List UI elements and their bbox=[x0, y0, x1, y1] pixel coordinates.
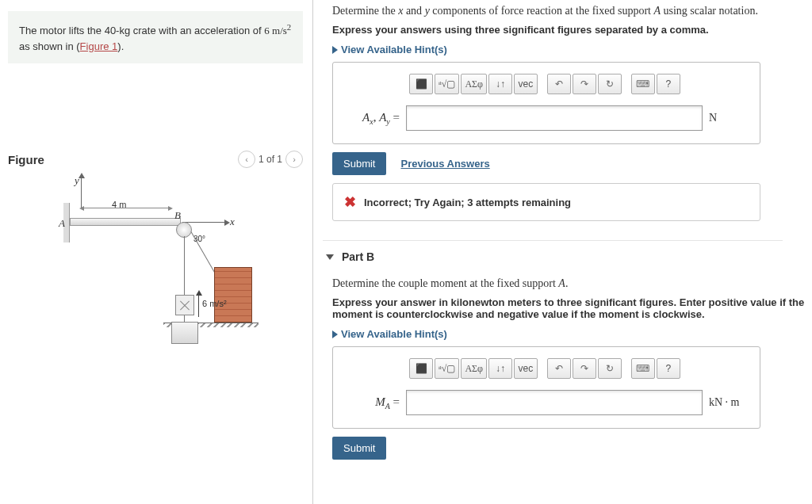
redo-button[interactable]: ↷ bbox=[573, 74, 596, 94]
dimension-4m: 4 m bbox=[112, 200, 126, 209]
part-a-hints-toggle[interactable]: View Available Hint(s) bbox=[332, 44, 812, 55]
point-a-label: A bbox=[59, 217, 65, 230]
feedback-text: Incorrect; Try Again; 3 attempts remaini… bbox=[364, 197, 571, 208]
part-b-toolbar: ⬛ ⁿ√▢ ΑΣφ ↓↑ vec ↶ ↷ ↻ ⌨ ? bbox=[409, 358, 745, 379]
part-b-question: Determine the couple moment at the fixed… bbox=[332, 277, 812, 290]
redo-button[interactable]: ↷ bbox=[573, 358, 596, 379]
templates-button[interactable]: ⬛ bbox=[409, 74, 433, 94]
part-b-input[interactable] bbox=[406, 390, 703, 415]
part-a-label: Ax, Ay = bbox=[347, 111, 400, 126]
part-a-instruction: Express your answers using three signifi… bbox=[332, 24, 812, 36]
help-button[interactable]: ? bbox=[657, 358, 680, 379]
part-b-hints-toggle[interactable]: View Available Hint(s) bbox=[332, 328, 812, 340]
sqrt-button[interactable]: ⁿ√▢ bbox=[435, 358, 459, 379]
previous-answers-link[interactable]: Previous Answers bbox=[400, 158, 489, 170]
undo-button[interactable]: ↶ bbox=[547, 74, 571, 94]
part-a-submit-button[interactable]: Submit bbox=[332, 152, 386, 175]
incorrect-icon: ✖ bbox=[344, 193, 356, 211]
intro-accel: 6 m/s2 bbox=[264, 25, 291, 36]
greek-button[interactable]: ΑΣφ bbox=[461, 358, 487, 379]
part-a-answer-box: ⬛ ⁿ√▢ ΑΣφ ↓↑ vec ↶ ↷ ↻ ⌨ ? Ax, Ay = N bbox=[332, 62, 760, 144]
prev-figure-button[interactable]: ‹ bbox=[238, 151, 255, 168]
part-a-input[interactable] bbox=[406, 105, 703, 131]
caret-down-icon bbox=[326, 254, 334, 260]
next-figure-button[interactable]: › bbox=[285, 151, 303, 168]
part-b-unit: kN · m bbox=[709, 396, 745, 409]
point-b-label: B bbox=[174, 209, 181, 222]
part-a-toolbar: ⬛ ⁿ√▢ ΑΣφ ↓↑ vec ↶ ↷ ↻ ⌨ ? bbox=[409, 74, 745, 94]
acceleration-label: 6 m/s² bbox=[202, 299, 227, 308]
reset-button[interactable]: ↻ bbox=[598, 74, 622, 94]
part-b-label: MA = bbox=[347, 395, 400, 410]
figure-title: Figure bbox=[8, 153, 44, 166]
part-b-submit-button[interactable]: Submit bbox=[332, 437, 386, 460]
part-b-header[interactable]: Part B bbox=[323, 240, 783, 263]
keyboard-button[interactable]: ⌨ bbox=[631, 74, 655, 94]
greek-button[interactable]: ΑΣφ bbox=[461, 74, 487, 94]
vec-button[interactable]: vec bbox=[514, 74, 538, 94]
part-a-question: Determine the x and y components of forc… bbox=[332, 5, 812, 17]
problem-intro: The motor lifts the 40-kg crate with an … bbox=[8, 11, 303, 63]
undo-button[interactable]: ↶ bbox=[547, 358, 571, 379]
pager-text: 1 of 1 bbox=[259, 154, 282, 165]
axis-x-label: x bbox=[230, 216, 235, 228]
figure-pager: ‹ 1 of 1 › bbox=[238, 151, 303, 168]
figure-link[interactable]: Figure 1 bbox=[80, 40, 118, 52]
figure-diagram: y A 4 m B x 30° 6 m/s² bbox=[36, 176, 274, 358]
keyboard-button[interactable]: ⌨ bbox=[631, 358, 655, 379]
subscript-button[interactable]: ↓↑ bbox=[488, 358, 512, 379]
templates-button[interactable]: ⬛ bbox=[409, 358, 433, 379]
part-a-unit: N bbox=[709, 112, 745, 124]
caret-right-icon bbox=[332, 46, 338, 54]
intro-text: The motor lifts the 40-kg crate with an … bbox=[19, 25, 264, 36]
caret-right-icon bbox=[332, 330, 338, 338]
vec-button[interactable]: vec bbox=[514, 358, 538, 379]
reset-button[interactable]: ↻ bbox=[598, 358, 622, 379]
subscript-button[interactable]: ↓↑ bbox=[488, 74, 512, 94]
axis-y-label: y bbox=[75, 174, 79, 187]
part-b-answer-box: ⬛ ⁿ√▢ ΑΣφ ↓↑ vec ↶ ↷ ↻ ⌨ ? MA = kN · m bbox=[332, 346, 760, 429]
part-a-feedback: ✖ Incorrect; Try Again; 3 attempts remai… bbox=[332, 183, 760, 221]
part-b-instruction: Express your answer in kilonewton meters… bbox=[332, 296, 812, 320]
help-button[interactable]: ? bbox=[657, 74, 680, 94]
sqrt-button[interactable]: ⁿ√▢ bbox=[435, 74, 459, 94]
